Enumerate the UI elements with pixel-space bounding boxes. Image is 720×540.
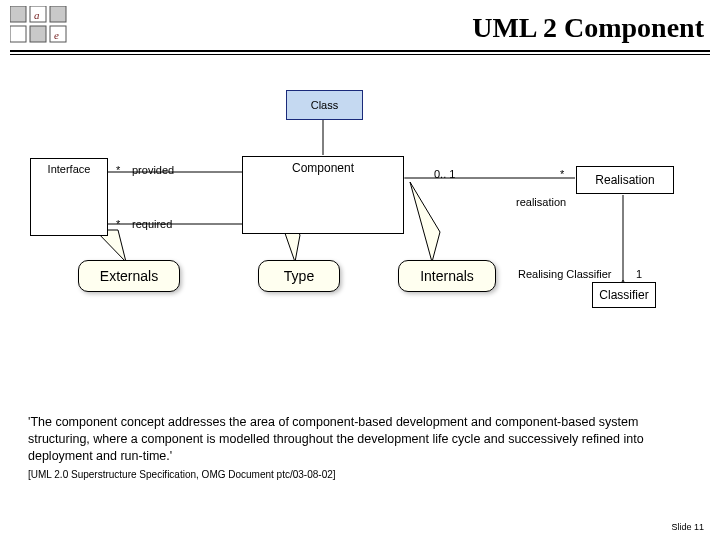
slide: a e UML 2 Component — [0, 0, 720, 540]
logo: a e — [10, 6, 70, 46]
class-box-realisation: Realisation — [576, 166, 674, 194]
mult-comp-real-left: 0.. 1 — [434, 168, 455, 180]
divider — [10, 50, 710, 52]
label-required: required — [132, 218, 172, 230]
mult-comp-real-right: * — [560, 168, 564, 180]
svg-rect-4 — [30, 26, 46, 42]
svg-rect-2 — [50, 6, 66, 22]
svg-text:a: a — [34, 9, 40, 21]
class-box-interface: Interface — [30, 158, 108, 236]
label-realising-classifier: Realising Classifier — [518, 268, 612, 280]
svg-text:e: e — [54, 29, 59, 41]
page-title: UML 2 Component — [472, 12, 704, 44]
callout-externals: Externals — [78, 260, 180, 292]
label-realisation: realisation — [516, 196, 566, 208]
slide-number: Slide 11 — [671, 522, 704, 532]
citation-text: [UML 2.0 Superstructure Specification, O… — [28, 468, 692, 482]
header: a e UML 2 Component — [0, 0, 720, 60]
svg-marker-15 — [410, 182, 440, 262]
class-box-class: Class — [286, 90, 363, 120]
class-box-component: Component — [242, 156, 404, 234]
mult-provided-star: * — [116, 164, 120, 176]
svg-rect-0 — [10, 6, 26, 22]
divider-thin — [10, 54, 710, 55]
class-box-classifier: Classifier — [592, 282, 656, 308]
callout-internals: Internals — [398, 260, 496, 292]
callout-type: Type — [258, 260, 340, 292]
svg-rect-3 — [10, 26, 26, 42]
quote-text: 'The component concept addresses the are… — [28, 414, 692, 465]
mult-required-star: * — [116, 218, 120, 230]
mult-classifier: 1 — [636, 268, 642, 280]
label-provided: provided — [132, 164, 174, 176]
